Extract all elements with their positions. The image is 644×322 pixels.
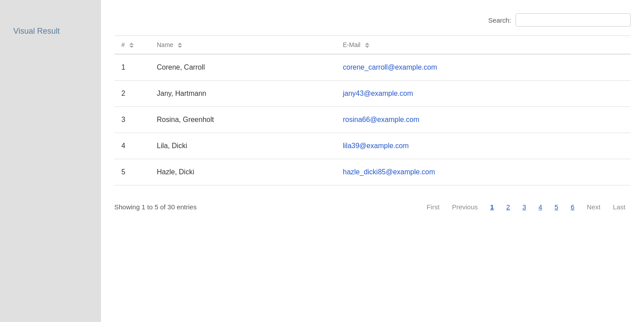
table-row: 2Jany, Hartmannjany43@example.com	[114, 81, 631, 107]
cell-email: corene_carroll@example.com	[336, 54, 631, 81]
table-row: 4Lila, Dickilila39@example.com	[114, 133, 631, 159]
data-table: # Name E-Mail	[114, 35, 631, 185]
cell-num: 1	[114, 54, 150, 81]
page-number-4[interactable]: 4	[533, 200, 547, 213]
cell-num: 2	[114, 81, 150, 107]
cell-name: Corene, Carroll	[150, 54, 336, 81]
search-label: Search:	[488, 16, 511, 24]
main-content: Search: # Name	[101, 0, 644, 322]
cell-email: lila39@example.com	[336, 133, 631, 159]
cell-num: 4	[114, 133, 150, 159]
last-button[interactable]: Last	[608, 200, 631, 213]
table-row: 1Corene, Carrollcorene_carroll@example.c…	[114, 54, 631, 81]
table-row: 3Rosina, Greenholtrosina66@example.com	[114, 107, 631, 133]
pagination-controls: First Previous 123456 Next Last	[421, 200, 631, 213]
page-number-2[interactable]: 2	[501, 200, 515, 213]
cell-email: hazle_dicki85@example.com	[336, 159, 631, 185]
page-numbers: 123456	[485, 200, 580, 213]
sidebar: Visual Result	[0, 0, 101, 322]
page-number-6[interactable]: 6	[565, 200, 579, 213]
cell-name: Hazle, Dicki	[150, 159, 336, 185]
sort-icon-num	[129, 43, 134, 48]
sidebar-title: Visual Result	[13, 27, 60, 35]
sort-icon-email	[365, 43, 369, 48]
showing-text: Showing 1 to 5 of 30 entries	[114, 203, 197, 211]
page-number-3[interactable]: 3	[517, 200, 531, 213]
cell-num: 5	[114, 159, 150, 185]
page-number-1[interactable]: 1	[485, 200, 499, 213]
cell-name: Rosina, Greenholt	[150, 107, 336, 133]
page-number-5[interactable]: 5	[549, 200, 563, 213]
table-row: 5Hazle, Dickihazle_dicki85@example.com	[114, 159, 631, 185]
col-header-email[interactable]: E-Mail	[336, 36, 631, 55]
cell-num: 3	[114, 107, 150, 133]
search-input[interactable]	[516, 13, 631, 27]
cell-name: Lila, Dicki	[150, 133, 336, 159]
search-bar: Search:	[114, 13, 631, 27]
previous-button[interactable]: Previous	[446, 200, 483, 213]
first-button[interactable]: First	[421, 200, 445, 213]
cell-email: jany43@example.com	[336, 81, 631, 107]
cell-email: rosina66@example.com	[336, 107, 631, 133]
col-header-name[interactable]: Name	[150, 36, 336, 55]
table-header-row: # Name E-Mail	[114, 36, 631, 55]
sort-icon-name	[178, 43, 182, 48]
col-header-num[interactable]: #	[114, 36, 150, 55]
cell-name: Jany, Hartmann	[150, 81, 336, 107]
pagination-bar: Showing 1 to 5 of 30 entries First Previ…	[114, 196, 631, 213]
next-button[interactable]: Next	[582, 200, 606, 213]
